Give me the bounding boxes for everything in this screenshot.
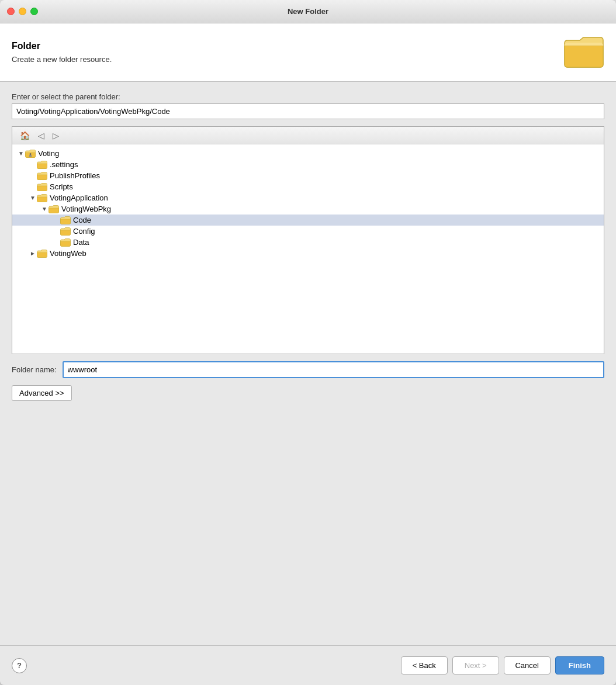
bottom-bar: ? < Back Next > Cancel Finish: [0, 645, 616, 685]
header-section: Folder Create a new folder resource.: [0, 23, 616, 82]
folder-icon-votingweb: [37, 250, 47, 258]
toggle-voting[interactable]: ▼: [17, 150, 25, 157]
folder-icon-publishprofiles: [37, 172, 47, 180]
tree-container: 🏠 ◁ ▷ ▼ Voting .settings PublishProfiles…: [12, 126, 604, 354]
folder-name-row: Folder name:: [12, 361, 604, 378]
maximize-button[interactable]: [30, 8, 38, 15]
tree-item-config[interactable]: Config: [12, 226, 604, 237]
tree-label-scripts: Scripts: [50, 182, 73, 191]
header-subtitle: Create a new folder resource.: [12, 55, 112, 64]
toggle-votingwebpkg[interactable]: ▼: [40, 206, 49, 212]
window-controls: [7, 8, 38, 15]
minimize-button[interactable]: [19, 8, 26, 15]
tree-item-votingweb[interactable]: ► VotingWeb: [12, 248, 604, 259]
folder-icon-large: [563, 35, 604, 70]
back-button[interactable]: < Back: [401, 656, 448, 674]
tree-body[interactable]: ▼ Voting .settings PublishProfiles Scrip…: [12, 144, 604, 354]
next-button[interactable]: Next >: [452, 656, 499, 674]
home-button[interactable]: 🏠: [17, 129, 33, 142]
close-button[interactable]: [7, 8, 15, 15]
parent-folder-label: Enter or select the parent folder:: [12, 92, 604, 101]
folder-icon-votingapplication: [37, 194, 47, 202]
folder-name-input[interactable]: [63, 361, 604, 378]
forward-nav-button[interactable]: ▷: [50, 129, 62, 142]
main-content: Enter or select the parent folder: 🏠 ◁ ▷…: [0, 82, 616, 645]
folder-icon-config: [60, 227, 71, 236]
tree-item-votingapplication[interactable]: ▼ VotingApplication: [12, 192, 604, 203]
folder-icon-data: [60, 238, 71, 247]
tree-label-settings: .settings: [50, 160, 78, 169]
advanced-button[interactable]: Advanced >>: [12, 385, 72, 401]
cancel-button[interactable]: Cancel: [504, 656, 551, 674]
tree-label-config: Config: [73, 227, 95, 236]
folder-icon-voting: [25, 150, 36, 158]
bottom-right: < Back Next > Cancel Finish: [401, 656, 604, 674]
titlebar: New Folder: [0, 0, 616, 23]
help-button[interactable]: ?: [12, 658, 27, 673]
tree-item-voting[interactable]: ▼ Voting: [12, 148, 604, 159]
tree-item-publishprofiles[interactable]: PublishProfiles: [12, 170, 604, 181]
parent-folder-input[interactable]: [12, 103, 604, 119]
tree-label-votingweb: VotingWeb: [50, 249, 86, 258]
tree-item-settings[interactable]: .settings: [12, 159, 604, 170]
window-title: New Folder: [288, 7, 328, 16]
tree-item-data[interactable]: Data: [12, 237, 604, 248]
folder-icon-settings: [37, 161, 47, 169]
toggle-votingapplication[interactable]: ▼: [29, 195, 37, 201]
back-nav-button[interactable]: ◁: [35, 129, 47, 142]
tree-label-voting: Voting: [38, 149, 59, 158]
tree-label-votingwebpkg: VotingWebPkg: [61, 205, 111, 213]
svg-point-0: [30, 153, 32, 155]
tree-item-votingwebpkg[interactable]: ▼ VotingWebPkg: [12, 203, 604, 215]
bottom-left: ?: [12, 658, 27, 673]
folder-icon-votingwebpkg: [49, 205, 59, 213]
finish-button[interactable]: Finish: [555, 656, 604, 674]
header-title: Folder: [12, 41, 112, 51]
tree-label-publishprofiles: PublishProfiles: [50, 171, 100, 180]
folder-icon-scripts: [37, 183, 47, 191]
folder-name-label: Folder name:: [12, 365, 57, 374]
tree-toolbar: 🏠 ◁ ▷: [12, 127, 604, 144]
tree-item-code[interactable]: Code: [12, 215, 604, 226]
parent-folder-section: Enter or select the parent folder:: [12, 92, 604, 119]
tree-label-data: Data: [73, 238, 89, 247]
toggle-votingweb[interactable]: ►: [29, 250, 37, 257]
tree-label-code: Code: [73, 216, 91, 224]
tree-item-scripts[interactable]: Scripts: [12, 181, 604, 192]
tree-label-votingapplication: VotingApplication: [50, 193, 108, 202]
advanced-section: Advanced >>: [12, 385, 604, 401]
header-text: Folder Create a new folder resource.: [12, 41, 112, 64]
folder-icon-code: [60, 216, 71, 224]
